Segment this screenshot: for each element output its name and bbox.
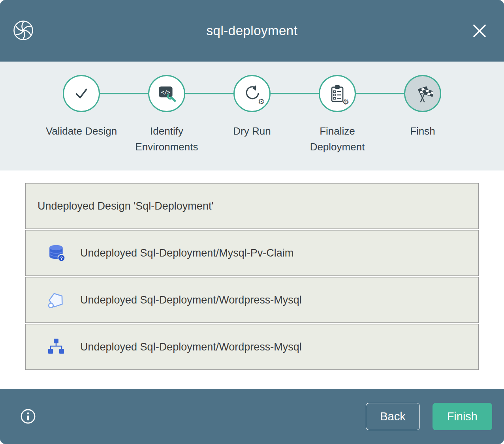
service-icon [47,290,66,309]
log-row-text: Undeployed Sql-Deployment/Wordpress-Mysq… [80,341,302,353]
modal-header: sql-deployment [0,0,504,62]
close-icon[interactable] [471,22,488,39]
log-row-text: Undeployed Sql-Deployment/Wordpress-Mysq… [80,294,302,306]
log-row-wordpress-mysql-workload: Undeployed Sql-Deployment/Wordpress-Mysq… [25,324,479,370]
step-label: Finsh [410,123,435,139]
checkered-flags-icon [412,84,433,103]
modal-title: sql-deployment [207,23,298,38]
step-finish: Finsh [380,75,465,155]
workload-icon [47,337,66,356]
modal-footer: Back Finish [0,389,504,444]
deployment-log: Undeployed Design 'Sql-Deployment' ? Und… [0,170,504,389]
step-finalize-deployment: ⚙ Finalize Deployment [295,75,380,155]
log-row-wordpress-mysql-service: Undeployed Sql-Deployment/Wordpress-Mysq… [25,277,479,323]
step-label: Finalize Deployment [301,123,373,155]
step-circle-identify-environments[interactable]: </> [148,75,185,112]
svg-text:?: ? [60,256,63,260]
back-button[interactable]: Back [366,403,419,430]
step-dry-run: ⚙ Dry Run [209,75,295,155]
log-panel: Undeployed Design 'Sql-Deployment' ? Und… [25,183,479,370]
step-validate-design: Validate Design [39,75,124,155]
log-row-design: Undeployed Design 'Sql-Deployment' [25,183,479,229]
gear-icon: ⚙ [342,98,349,106]
info-icon[interactable] [20,408,36,425]
step-label: Validate Design [46,123,117,139]
log-row-text: Undeployed Design 'Sql-Deployment' [38,200,214,212]
finish-button[interactable]: Finish [433,403,492,430]
stepper: Validate Design </> Identify Environment… [0,62,504,170]
step-circle-finalize-deployment[interactable]: ⚙ [319,75,356,112]
step-circle-validate-design[interactable] [63,75,100,112]
refresh-gear-icon: ⚙ [243,84,261,103]
step-circle-dry-run[interactable]: ⚙ [233,75,271,112]
step-label: Dry Run [233,123,271,139]
step-identify-environments: </> Identify Environments [124,75,209,155]
code-window-wrench-icon: </> [157,84,177,103]
log-row-text: Undeployed Sql-Deployment/Mysql-Pv-Claim [80,247,293,259]
check-icon [72,84,90,103]
gear-icon: ⚙ [258,98,265,105]
clipboard-gear-icon: ⚙ [329,84,346,103]
deployment-wizard-modal: sql-deployment Validate Design [0,0,504,444]
log-row-mysql-pv-claim: ? Undeployed Sql-Deployment/Mysql-Pv-Cla… [25,230,479,276]
step-circle-finish[interactable] [404,75,441,112]
cloudify-logo-icon [13,20,34,41]
step-label: Identify Environments [131,123,203,155]
database-icon: ? [47,244,66,262]
footer-actions: Back Finish [366,403,492,430]
